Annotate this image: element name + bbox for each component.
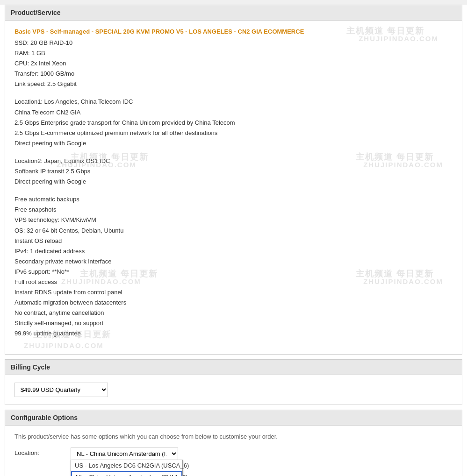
- spec-peering-google-la: Direct peering with Google: [14, 138, 453, 149]
- billing-cycle-section: Billing Cycle $49.99 USD Quarterly $19.9…: [5, 359, 462, 405]
- spec-location2: Location2: Japan, Equinix OS1 IDC: [14, 156, 453, 166]
- location-control: NL - China Unicom Amsterdam (I... US - L…: [71, 448, 178, 476]
- location-dropdown-item-nl[interactable]: NL - China Unicom Amsterdam (EUNL_9): [71, 471, 182, 476]
- watermark-footer-left-2: ZHUJIPINDAO.COM: [24, 341, 104, 349]
- page-wrapper: Product/Service 主机频道 每日更新 ZHUJIPINDAO.CO…: [0, 5, 467, 476]
- spec-transfer: Transfer: 1000 GB/mo: [14, 69, 453, 79]
- billing-cycle-select[interactable]: $49.99 USD Quarterly $19.99 USD Monthly …: [14, 383, 108, 397]
- spec-cpu: CPU: 2x Intel Xeon: [14, 58, 453, 69]
- spec-rdns: Instant RDNS update from control panel: [14, 287, 453, 298]
- spec-linkspeed: Link speed: 2.5 Gigabit: [14, 79, 453, 89]
- configurable-options-header: Configurable Options: [5, 410, 462, 426]
- product-title: Basic VPS - Self-managed - SPECIAL 20G K…: [14, 28, 453, 35]
- spec-25gbps-unicom: 2.5 Gbps Enterprise grade transport for …: [14, 118, 453, 128]
- config-description: This product/service has some options wh…: [14, 433, 453, 440]
- product-service-section: Product/Service 主机频道 每日更新 ZHUJIPINDAO.CO…: [5, 5, 462, 355]
- billing-cycle-header: Billing Cycle: [5, 360, 462, 375]
- spec-group-1: SSD: 20 GB RAID-10 RAM: 1 GB CPU: 2x Int…: [14, 38, 453, 89]
- location-dropdown-item-us[interactable]: US - Los Angeles DC6 CN2GIA (USCA_6): [71, 460, 182, 471]
- spec-migration: Automatic migration between datacenters: [14, 298, 453, 308]
- spec-snapshots: Free snapshots: [14, 205, 453, 215]
- spec-selfmanaged: Strictly self-managed, no support: [14, 318, 453, 328]
- spec-group-4: Free automatic backups Free snapshots VP…: [14, 194, 453, 339]
- spec-os-reload: Instant OS reload: [14, 236, 453, 246]
- spec-ipv4: IPv4: 1 dedicated address: [14, 246, 453, 256]
- billing-cycle-body: $49.99 USD Quarterly $19.99 USD Monthly …: [5, 375, 462, 405]
- spec-location1: Location1: Los Angeles, China Telecom ID…: [14, 97, 453, 107]
- location-select-wrapper: NL - China Unicom Amsterdam (I... US - L…: [71, 448, 178, 460]
- spec-ssd: SSD: 20 GB RAID-10: [14, 38, 453, 48]
- product-service-header: Product/Service: [5, 5, 462, 21]
- configurable-options-body: This product/service has some options wh…: [5, 426, 462, 476]
- spec-ipv6: IPv6 support: **No**: [14, 267, 453, 277]
- spec-os: OS: 32 or 64 bit Centos, Debian, Ubuntu: [14, 226, 453, 236]
- spec-softbank: Softbank IP transit 2.5 Gbps: [14, 166, 453, 177]
- spec-ram: RAM: 1 GB: [14, 48, 453, 58]
- location-label: Location:: [14, 448, 71, 456]
- spec-group-2: Location1: Los Angeles, China Telecom ID…: [14, 97, 453, 148]
- location-dropdown[interactable]: US - Los Angeles DC6 CN2GIA (USCA_6) NL …: [71, 460, 183, 476]
- location-select[interactable]: NL - China Unicom Amsterdam (I...: [71, 448, 178, 460]
- spec-25gbps-ecommerce: 2.5 Gbps E-commerce optimized premium ne…: [14, 128, 453, 138]
- spec-root: Full root access: [14, 277, 453, 287]
- spec-peering-google-jp: Direct peering with Google: [14, 177, 453, 187]
- spec-cn2gia: China Telecom CN2 GIA: [14, 107, 453, 118]
- product-service-body: 主机频道 每日更新 ZHUJIPINDAO.COM 主机频道 每日更新 ZHUJ…: [5, 21, 462, 354]
- spec-uptime: 99.9% uptime guarantee: [14, 328, 453, 339]
- spec-backups: Free automatic backups: [14, 194, 453, 205]
- configurable-options-section: Configurable Options This product/servic…: [5, 410, 462, 476]
- location-config-row: Location: NL - China Unicom Amsterdam (I…: [14, 448, 453, 476]
- spec-contract: No contract, anytime cancellation: [14, 308, 453, 318]
- spec-vps-tech: VPS technology: KVM/KiwiVM: [14, 215, 453, 225]
- spec-group-3: Location2: Japan, Equinix OS1 IDC Softba…: [14, 156, 453, 187]
- spec-private-net: Secondary private network interface: [14, 256, 453, 267]
